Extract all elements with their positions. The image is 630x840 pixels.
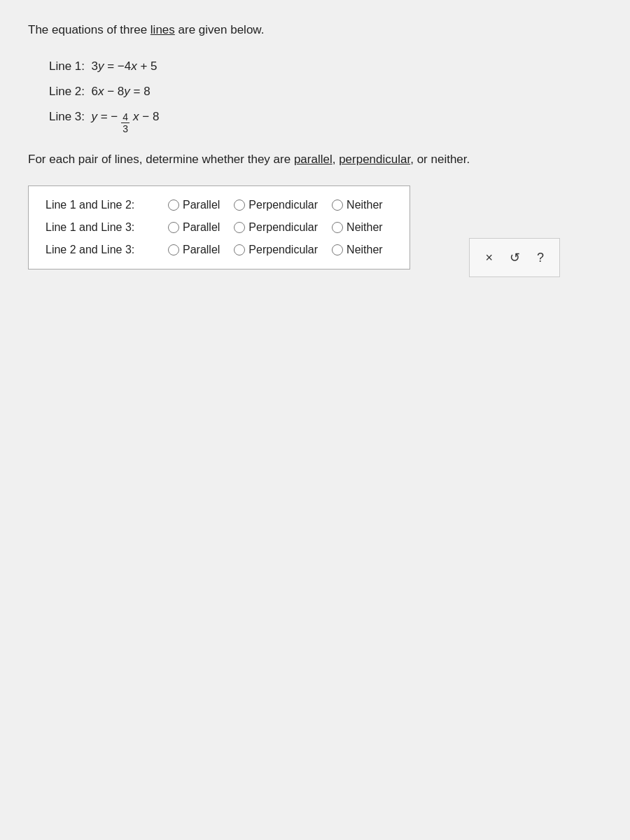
row1-parallel-label: Parallel [183,199,220,211]
fraction: 4 3 [121,111,130,136]
main-content: The equations of three lines are given b… [28,21,602,284]
row3-perpendicular-radio[interactable] [234,244,245,255]
undo-button[interactable]: ↺ [507,248,523,267]
row2-label: Line 1 and Line 3: [46,221,168,234]
row2-perpendicular-label: Perpendicular [248,221,318,234]
controls-box: × ↺ ? [469,238,560,277]
lines-underline: lines [150,23,175,36]
row2-radio-group: Parallel Perpendicular Neither [168,221,393,234]
question-text: For each pair of lines, determine whethe… [28,150,602,169]
help-button[interactable]: ? [534,249,547,267]
answer-box: Line 1 and Line 2: Parallel Perpendicula… [28,186,410,270]
row3-radio-group: Parallel Perpendicular Neither [168,244,393,256]
intro-text: The equations of three lines are given b… [28,21,602,39]
line1-item: Line 1: 3y = −4x + 5 [49,55,602,78]
row3-label: Line 2 and Line 3: [46,244,168,256]
page-container: The equations of three lines are given b… [0,0,630,840]
row3-perpendicular-label: Perpendicular [248,244,318,256]
row2-parallel-label: Parallel [183,221,220,234]
row2-neither-radio[interactable] [332,222,343,233]
row1-neither-option[interactable]: Neither [332,199,383,211]
row1-neither-label: Neither [346,199,383,211]
row1-perpendicular-option[interactable]: Perpendicular [234,199,318,211]
row2-perpendicular-option[interactable]: Perpendicular [234,221,318,234]
row3-parallel-option[interactable]: Parallel [168,244,220,256]
answer-row-1: Line 1 and Line 2: Parallel Perpendicula… [46,199,393,211]
parallel-underline: parallel [294,153,332,166]
perpendicular-underline: perpendicular [339,153,410,166]
close-button[interactable]: × [482,249,496,267]
row1-perpendicular-radio[interactable] [234,200,245,211]
answer-row-2: Line 1 and Line 3: Parallel Perpendicula… [46,221,393,234]
row3-neither-radio[interactable] [332,244,343,255]
row2-parallel-option[interactable]: Parallel [168,221,220,234]
line3-item: Line 3: y = − 4 3 x − 8 [49,105,602,136]
row3-parallel-label: Parallel [183,244,220,256]
row2-perpendicular-radio[interactable] [234,222,245,233]
row1-perpendicular-label: Perpendicular [248,199,318,211]
row3-perpendicular-option[interactable]: Perpendicular [234,244,318,256]
line2-item: Line 2: 6x − 8y = 8 [49,80,602,104]
row1-parallel-option[interactable]: Parallel [168,199,220,211]
row2-neither-label: Neither [346,221,383,234]
row1-label: Line 1 and Line 2: [46,199,168,211]
row1-parallel-radio[interactable] [168,200,179,211]
answer-row-3: Line 2 and Line 3: Parallel Perpendicula… [46,244,393,256]
line3-suffix: x − 8 [133,105,159,129]
row3-neither-option[interactable]: Neither [332,244,383,256]
fraction-denominator: 3 [121,123,130,135]
line1-label: Line 1: 3y = −4x + 5 [49,55,158,78]
answer-area: Line 1 and Line 2: Parallel Perpendicula… [28,186,602,284]
row3-parallel-radio[interactable] [168,244,179,255]
line3-label: Line 3: y = − [49,105,118,129]
row1-radio-group: Parallel Perpendicular Neither [168,199,393,211]
row3-neither-label: Neither [346,244,383,256]
fraction-numerator: 4 [121,111,130,124]
line2-label: Line 2: 6x − 8y = 8 [49,80,150,104]
row2-neither-option[interactable]: Neither [332,221,383,234]
row1-neither-radio[interactable] [332,200,343,211]
row2-parallel-radio[interactable] [168,222,179,233]
lines-block: Line 1: 3y = −4x + 5 Line 2: 6x − 8y = 8… [49,55,602,136]
